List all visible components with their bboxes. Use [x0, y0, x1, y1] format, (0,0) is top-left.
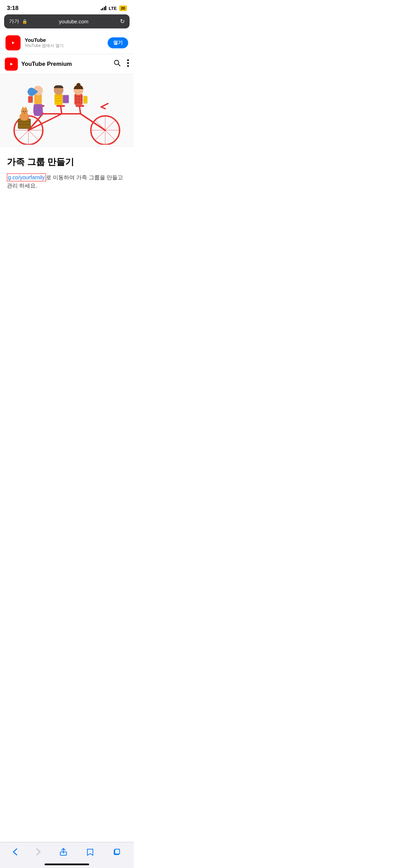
battery-badge: 20 — [119, 5, 127, 11]
svg-point-51 — [23, 111, 24, 112]
svg-line-18 — [101, 104, 108, 107]
search-button[interactable] — [113, 59, 121, 69]
svg-point-37 — [78, 99, 80, 100]
header-icons — [113, 59, 129, 69]
app-subtitle: YouTube 앱에서 열기 — [25, 43, 104, 49]
youtube-app-icon — [5, 35, 21, 50]
svg-point-42 — [76, 83, 81, 87]
content-description: g.co/yourfamily로 이동하여 가족 그룹을 만들고 관리 하세요. — [7, 173, 127, 190]
status-icons: LTE 20 — [101, 5, 127, 11]
status-bar: 3:18 LTE 20 — [0, 0, 134, 14]
svg-marker-50 — [24, 106, 27, 109]
svg-line-2 — [118, 64, 120, 66]
svg-rect-31 — [63, 95, 69, 103]
svg-rect-23 — [34, 94, 42, 104]
status-time: 3:18 — [7, 5, 19, 12]
reload-icon[interactable]: ↻ — [120, 18, 125, 25]
app-banner-text: YouTube YouTube 앱에서 열기 — [25, 37, 104, 49]
content-area: 가족 그룹 만들기 g.co/yourfamily로 이동하여 가족 그룹을 만… — [0, 146, 134, 198]
youtube-header: YouTube Premium — [0, 54, 134, 74]
lte-label: LTE — [109, 6, 117, 11]
svg-line-16 — [61, 106, 62, 114]
browser-font-size: 가가 — [9, 18, 19, 25]
svg-point-34 — [78, 96, 80, 97]
svg-line-19 — [101, 107, 105, 109]
svg-rect-25 — [28, 96, 33, 103]
lock-icon: 🔒 — [22, 19, 27, 24]
svg-point-36 — [76, 99, 77, 100]
svg-point-3 — [127, 59, 129, 61]
svg-point-39 — [76, 101, 77, 103]
signal-bars-icon — [101, 6, 107, 10]
svg-point-4 — [127, 62, 129, 64]
svg-point-35 — [81, 96, 83, 97]
content-title: 가족 그룹 만들기 — [7, 156, 127, 168]
illustration-area — [0, 74, 134, 146]
family-link[interactable]: g.co/yourfamily — [7, 173, 46, 181]
more-options-button[interactable] — [127, 59, 129, 69]
svg-line-17 — [80, 106, 81, 114]
svg-point-52 — [25, 111, 26, 112]
svg-point-38 — [81, 99, 83, 100]
svg-rect-26 — [54, 94, 63, 105]
svg-marker-49 — [22, 106, 24, 109]
svg-rect-43 — [83, 96, 87, 104]
browser-url-bar[interactable]: 가가 🔒 youtube.com ↻ — [4, 14, 130, 28]
app-banner: YouTube YouTube 앱에서 열기 열기 — [0, 32, 134, 54]
browser-url-text: youtube.com — [30, 19, 117, 24]
tandem-bike-illustration — [0, 74, 134, 146]
youtube-premium-label: YouTube Premium — [21, 61, 110, 68]
svg-point-33 — [76, 96, 77, 97]
svg-point-5 — [127, 65, 129, 67]
app-name: YouTube — [25, 37, 104, 43]
svg-point-40 — [78, 101, 80, 103]
open-app-button[interactable]: 열기 — [108, 37, 128, 48]
youtube-logo — [5, 58, 18, 71]
